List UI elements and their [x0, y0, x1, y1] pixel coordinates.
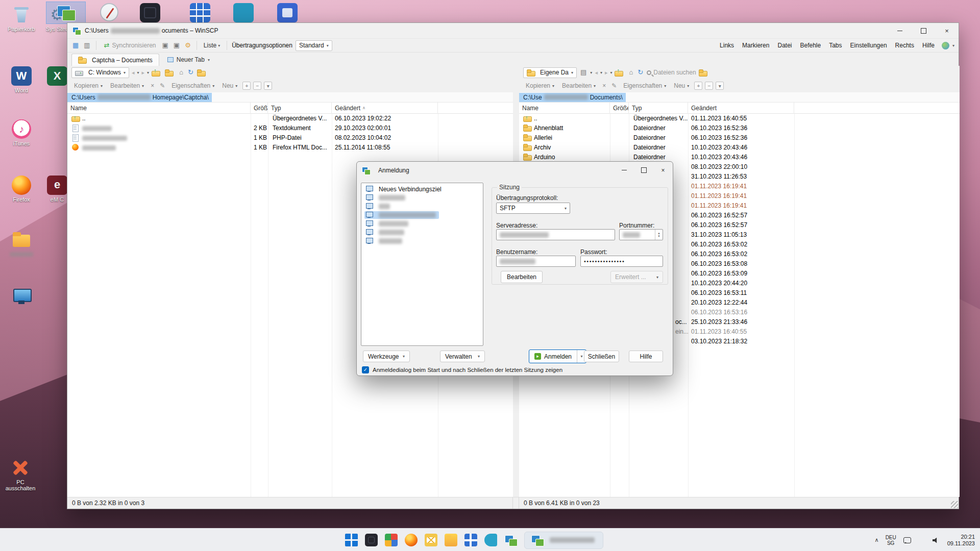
- manage-button[interactable]: Verwalten▾: [440, 350, 485, 362]
- minimize-button[interactable]: [615, 162, 634, 179]
- password-input[interactable]: •••••••••••••••: [580, 256, 663, 267]
- parent-directory-icon[interactable]: [152, 69, 160, 76]
- column-modified[interactable]: Geändert∧: [332, 103, 438, 114]
- taskbar-clock[interactable]: 20:2109.11.2023: [947, 534, 975, 547]
- desktop-icon-pc-ausschalten[interactable]: PC ausschalten: [1, 457, 40, 492]
- properties-button[interactable]: Eigenschaften▾: [621, 81, 669, 90]
- volume-icon[interactable]: [933, 537, 941, 544]
- file-row[interactable]: AhnenblattDateiordner06.10.2023 16:52:36: [519, 123, 960, 133]
- login-button[interactable]: Anmelden: [529, 350, 577, 363]
- minus-box-icon[interactable]: −: [705, 82, 713, 90]
- file-row[interactable]: 2 KBTextdokument29.10.2023 02:00:01: [67, 123, 513, 133]
- edit-site-button[interactable]: Bearbeiten: [501, 271, 543, 283]
- site-entry[interactable]: [362, 219, 482, 228]
- forward-icon[interactable]: ▸: [142, 69, 145, 76]
- parent-directory-icon[interactable]: [615, 69, 623, 76]
- close-button[interactable]: ×: [935, 23, 959, 38]
- chat-icon[interactable]: [903, 537, 911, 544]
- desktop-icon-compass[interactable]: [90, 2, 129, 22]
- menu-tabs[interactable]: Tabs: [825, 40, 846, 51]
- minimize-button[interactable]: [888, 23, 912, 38]
- minus-box-icon[interactable]: −: [253, 82, 261, 90]
- taskbar-start-icon[interactable]: [345, 534, 358, 546]
- desktop-icon-orange-folder[interactable]: [2, 229, 41, 258]
- queue-icon[interactable]: ▣: [173, 41, 181, 50]
- file-row[interactable]: AllerleiDateiordner06.10.2023 16:52:36: [519, 133, 960, 143]
- taskbar-firefox-icon[interactable]: [405, 534, 418, 546]
- help-button[interactable]: Hilfe: [629, 350, 663, 362]
- column-name[interactable]: Name: [519, 103, 610, 114]
- close-button[interactable]: ×: [653, 162, 673, 179]
- back-icon[interactable]: ◂: [595, 69, 598, 76]
- copy-button[interactable]: Kopieren▾: [523, 81, 557, 90]
- mirror-icon[interactable]: ▣: [161, 41, 169, 50]
- filter-icon[interactable]: ▤: [579, 68, 587, 77]
- home-directory-icon[interactable]: ⌂: [178, 68, 184, 77]
- language-indicator[interactable]: DEUSG: [886, 535, 896, 546]
- rename-icon[interactable]: ✎: [610, 82, 618, 89]
- menu-hilfe[interactable]: Hilfe: [918, 40, 939, 51]
- file-row[interactable]: ..Übergeordnetes V...01.11.2023 16:40:55: [519, 114, 960, 123]
- protocol-combo[interactable]: SFTP▾: [496, 203, 570, 214]
- desktop-icon-winscp-desktop[interactable]: [46, 2, 85, 23]
- site-entry[interactable]: [362, 211, 482, 219]
- refresh-icon[interactable]: ↻: [636, 68, 644, 77]
- filter-icon[interactable]: ▾: [264, 82, 272, 90]
- file-row[interactable]: 1 KBFirefox HTML Doc...25.11.2014 11:08:…: [67, 143, 513, 153]
- root-directory-icon[interactable]: [165, 69, 174, 76]
- taskbar-winscp-icon[interactable]: [504, 534, 517, 546]
- list-view-dropdown[interactable]: Liste▾: [202, 41, 222, 50]
- left-path-bar[interactable]: C:\UsersHomepage\Captcha\: [67, 92, 513, 103]
- winscp-titlebar[interactable]: C:\Usersocuments – WinSCP ×: [67, 23, 959, 38]
- desktop-icon-word[interactable]: Word: [2, 65, 41, 94]
- taskbar-teal-app-icon[interactable]: [484, 534, 497, 546]
- show-login-dialog-checkbox[interactable]: ✓ Anmeldedialog beim Start und nach Schl…: [362, 366, 562, 373]
- edit-button[interactable]: Bearbeiten▾: [108, 81, 146, 90]
- plus-box-icon[interactable]: +: [242, 82, 251, 90]
- left-drive-combo[interactable]: C: Windows▾: [71, 67, 129, 78]
- color-theme-icon[interactable]: [942, 42, 949, 49]
- new-button[interactable]: Neu▾: [219, 81, 240, 90]
- delete-icon[interactable]: ×: [149, 82, 156, 89]
- home-directory-icon[interactable]: ⌂: [628, 68, 634, 77]
- settings-gear-icon[interactable]: ⚙: [184, 41, 192, 50]
- close-session-button[interactable]: Schließen: [584, 350, 619, 362]
- delete-icon[interactable]: ×: [601, 82, 607, 89]
- site-new-connection[interactable]: Neues Verbindungsziel: [362, 185, 482, 193]
- chevron-down-icon[interactable]: ▾: [952, 43, 954, 48]
- synchronize-button[interactable]: ⇄Synchronisieren: [101, 40, 158, 51]
- desktop-icon-firefox[interactable]: Firefox: [2, 174, 41, 204]
- taskbar-explorer-icon[interactable]: [445, 534, 457, 546]
- column-type[interactable]: Typ: [268, 103, 332, 114]
- site-entry[interactable]: [362, 228, 482, 237]
- username-input[interactable]: [496, 256, 576, 267]
- login-dialog-titlebar[interactable]: Anmeldung ×: [357, 162, 673, 179]
- column-size[interactable]: Größe: [251, 103, 268, 114]
- port-spinner[interactable]: ▲▼: [655, 230, 663, 240]
- file-row[interactable]: ..Übergeordnetes V...06.10.2023 19:02:22: [67, 114, 513, 123]
- maximize-button[interactable]: [912, 23, 935, 38]
- active-window-task[interactable]: [524, 532, 603, 549]
- column-name[interactable]: Name: [67, 103, 251, 114]
- menu-befehle[interactable]: Befehle: [796, 40, 825, 51]
- desktop-icon-grid-app[interactable]: [181, 2, 219, 23]
- menu-links[interactable]: Links: [716, 40, 738, 51]
- taskbar-mail-icon[interactable]: [425, 534, 437, 546]
- menu-markieren[interactable]: Markieren: [738, 40, 773, 51]
- forward-icon[interactable]: ▸: [605, 69, 608, 76]
- tab-captcha-documents[interactable]: Captcha – Documents: [71, 54, 159, 66]
- site-entry[interactable]: [362, 202, 482, 211]
- column-type[interactable]: Typ: [629, 103, 688, 114]
- port-input[interactable]: ▲▼: [619, 229, 663, 240]
- column-size[interactable]: Größe: [610, 103, 629, 114]
- layout-grid-icon[interactable]: ▦: [71, 41, 80, 50]
- rename-icon[interactable]: ✎: [158, 82, 166, 89]
- file-row[interactable]: 1 KBPHP-Datei08.02.2023 10:04:02: [67, 133, 513, 143]
- desktop-icon-itunes[interactable]: iTunes: [2, 118, 41, 147]
- copy-button[interactable]: Kopieren▾: [71, 81, 105, 90]
- desktop-icon-blue-app[interactable]: [268, 2, 307, 23]
- right-path-bar[interactable]: C:\UseDocuments\: [519, 92, 960, 103]
- plus-box-icon[interactable]: +: [694, 82, 702, 90]
- right-drive-combo[interactable]: Eigene Da▾: [523, 67, 577, 78]
- tools-button[interactable]: Werkzeuge▾: [363, 350, 410, 362]
